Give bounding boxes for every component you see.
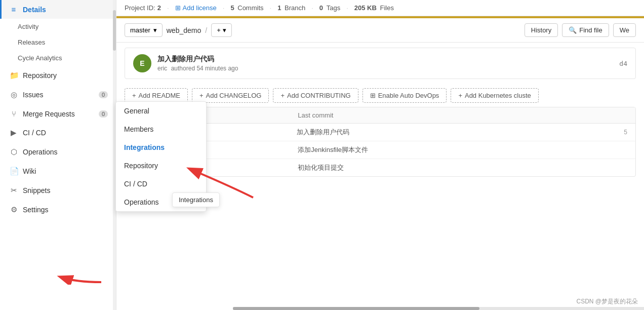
file-time: 5	[624, 129, 627, 136]
add-contributing-button[interactable]: + Add CONTRIBUTING	[273, 88, 358, 103]
issues-icon: ◎	[10, 90, 18, 99]
sidebar-item-releases[interactable]: Releases	[0, 34, 116, 50]
dropdown-item-ci-cd[interactable]: CI / CD	[116, 175, 206, 193]
path-add-button[interactable]: + ▾	[211, 23, 232, 37]
sidebar-item-settings[interactable]: ⚙ Settings	[0, 200, 116, 219]
settings-arrow	[51, 254, 111, 285]
file-commit: 初始化项目提交	[298, 163, 627, 172]
add-license-link[interactable]: ⊞ Add license	[175, 4, 217, 12]
add-kubernetes-button[interactable]: + Add Kubernetes cluste	[451, 88, 538, 103]
path-web-demo: web_demo	[167, 26, 202, 34]
commit-hash: d4	[619, 60, 627, 67]
commits-stat: 5 Commits	[230, 4, 263, 12]
wiki-icon: 📄	[10, 167, 18, 176]
plus-icon: +	[199, 92, 204, 99]
branch-name: master	[130, 26, 150, 34]
sidebar-scrollbar-thumb	[113, 10, 116, 51]
branch-select[interactable]: master ▾	[125, 23, 163, 37]
branches-stat: 1 Branch	[277, 4, 305, 12]
add-changelog-button[interactable]: + Add CHANGELOG	[192, 88, 269, 103]
branch-actions: History 🔍 Find file We	[525, 23, 636, 37]
history-button[interactable]: History	[525, 23, 558, 37]
license-icon: ⊞	[175, 4, 181, 12]
watermark: CSDN @梦是夜的花朵	[576, 297, 638, 306]
enable-auto-devops-button[interactable]: ⊞ Enable Auto DevOps	[363, 88, 447, 103]
commit-card: E 加入删除用户代码 eric authored 54 minutes ago …	[125, 48, 636, 79]
plus-icon: +	[280, 92, 285, 99]
dropdown-item-repository[interactable]: Repository	[116, 157, 206, 175]
sidebar-item-activity[interactable]: Activity	[0, 19, 116, 34]
sidebar: ≡ Details Activity Releases Cycle Analyt…	[0, 0, 116, 310]
top-bar: Project ID: 2 · ⊞ Add license · 5 Commit…	[116, 0, 644, 16]
snippets-icon: ✂	[10, 186, 18, 195]
settings-icon: ⚙	[10, 205, 18, 214]
tags-stat: 0 Tags	[319, 4, 340, 12]
project-id-label: Project ID: 2	[125, 4, 161, 12]
search-icon: 🔍	[569, 26, 577, 34]
sidebar-item-merge-requests[interactable]: ⑂ Merge Requests 0	[0, 104, 116, 123]
sidebar-item-issues[interactable]: ◎ Issues 0	[0, 85, 116, 104]
merge-requests-icon: ⑂	[10, 109, 18, 118]
commit-info: 加入删除用户代码 eric authored 54 minutes ago	[157, 55, 613, 72]
details-icon: ≡	[10, 5, 18, 14]
files-stat: 205 KB Files	[354, 4, 394, 12]
sidebar-item-wiki[interactable]: 📄 Wiki	[0, 162, 116, 181]
chevron-down-icon: ▾	[153, 26, 157, 34]
bottom-scrollbar[interactable]	[233, 307, 644, 310]
sidebar-item-cycle-analytics[interactable]: Cycle Analytics	[0, 50, 116, 66]
find-file-button[interactable]: 🔍 Find file	[562, 23, 609, 37]
file-commit: 添加Jenkinsfile脚本文件	[298, 145, 627, 154]
file-commit: 加入删除用户代码	[297, 128, 624, 137]
dropdown-item-general[interactable]: General	[116, 102, 206, 120]
integrations-tooltip: Integrations	[172, 192, 220, 207]
issues-badge: 0	[99, 91, 108, 98]
operations-icon: ⬡	[10, 147, 18, 157]
merge-requests-badge: 0	[99, 110, 108, 118]
sidebar-item-operations[interactable]: ⬡ Operations	[0, 142, 116, 162]
sidebar-item-snippets[interactable]: ✂ Snippets	[0, 181, 116, 200]
web-ide-button[interactable]: We	[613, 23, 636, 37]
commit-meta: eric authored 54 minutes ago	[157, 65, 613, 72]
commit-title: 加入删除用户代码	[157, 55, 613, 64]
plus-icon: +	[132, 92, 136, 99]
plus-icon: +	[458, 92, 462, 99]
sidebar-item-ci-cd[interactable]: ▶ CI / CD	[0, 123, 116, 142]
ci-cd-icon: ▶	[10, 128, 18, 137]
sidebar-item-details[interactable]: ≡ Details	[0, 0, 116, 19]
chevron-down-icon: ▾	[223, 26, 226, 34]
dropdown-item-integrations[interactable]: Integrations	[116, 138, 206, 157]
add-readme-button[interactable]: + Add README	[125, 88, 188, 103]
sidebar-item-repository[interactable]: 📁 Repository	[0, 66, 116, 85]
dropdown-item-members[interactable]: Members	[116, 120, 206, 138]
avatar: E	[133, 54, 151, 72]
bottom-scrollbar-thumb	[233, 307, 479, 310]
devops-icon: ⊞	[370, 92, 376, 99]
branch-bar: master ▾ web_demo / + ▾ History 🔍 Find f…	[116, 18, 644, 43]
repository-icon: 📁	[10, 71, 18, 80]
